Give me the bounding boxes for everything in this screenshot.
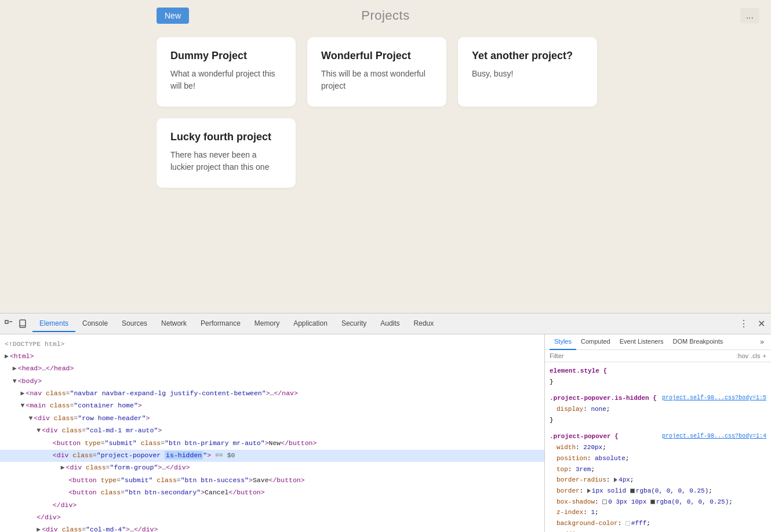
project-card-desc: There has never been a luckier project t… bbox=[170, 149, 282, 173]
devtools-tab-bar: ElementsConsoleSourcesNetworkPerformance… bbox=[0, 314, 771, 334]
dom-line[interactable]: ▶<div class="col-md-4">…</div> bbox=[0, 524, 544, 532]
devtools-tab-performance[interactable]: Performance bbox=[194, 316, 248, 332]
dom-line[interactable]: ▶<html> bbox=[0, 350, 544, 362]
css-selector: .project-popover { bbox=[550, 433, 619, 440]
devtools-tab-memory[interactable]: Memory bbox=[248, 316, 286, 332]
page-title: Projects bbox=[361, 8, 409, 23]
dom-line-highlighted[interactable]: <div class="project-popover is-hidden"> … bbox=[0, 450, 544, 462]
dom-line[interactable]: ▼<main class="container home"> bbox=[0, 400, 544, 412]
css-indent: width: 220px; position: absolute; top: 3… bbox=[550, 442, 766, 532]
css-val: 220px bbox=[583, 444, 602, 451]
filter-cls[interactable]: .cls bbox=[751, 352, 761, 359]
css-prop: z-index bbox=[557, 509, 583, 516]
color-swatch[interactable] bbox=[602, 500, 607, 504]
devtools-left-icons bbox=[3, 319, 28, 329]
color-swatch[interactable] bbox=[630, 489, 635, 493]
project-card[interactable]: Dummy Project What a wonderful project t… bbox=[157, 37, 296, 107]
project-card[interactable]: Yet another project? Busy, busy! bbox=[458, 37, 597, 107]
project-card-title: Lucky fourth project bbox=[170, 131, 282, 143]
css-selector: element.style { bbox=[550, 367, 607, 374]
css-block-element-style: element.style { } bbox=[550, 366, 766, 387]
devtools-tab-right: ⋮ ✕ bbox=[737, 318, 768, 329]
dom-line[interactable]: <button type="submit" class="btn btn-pri… bbox=[0, 437, 544, 449]
tab-dom-breakpoints[interactable]: DOM Breakpoints bbox=[668, 334, 728, 350]
devtools-tab-redux[interactable]: Redux bbox=[407, 316, 441, 332]
device-icon[interactable] bbox=[17, 319, 28, 329]
tab-styles[interactable]: Styles bbox=[550, 334, 576, 350]
svg-rect-0 bbox=[5, 320, 8, 323]
tab-event-listeners[interactable]: Event Listeners bbox=[615, 334, 668, 350]
devtools-tab-console[interactable]: Console bbox=[75, 316, 115, 332]
dom-line[interactable]: ▶<div class="form-group">…</div> bbox=[0, 462, 544, 474]
css-close: } bbox=[550, 378, 554, 385]
devtools-more-icon[interactable]: ⋮ bbox=[737, 318, 751, 329]
css-val: absolute bbox=[595, 455, 625, 462]
devtools-panel: ElementsConsoleSourcesNetworkPerformance… bbox=[0, 313, 771, 532]
css-selector: .project-popover.is-hidden { bbox=[550, 395, 657, 402]
color-swatch[interactable] bbox=[650, 500, 655, 504]
css-close: } bbox=[550, 417, 554, 424]
new-button[interactable]: New bbox=[157, 8, 189, 24]
css-prop: border bbox=[557, 487, 580, 494]
css-val: none bbox=[591, 406, 606, 413]
css-prop: box-shadow bbox=[557, 498, 595, 505]
projects-grid: Dummy Project What a wonderful project t… bbox=[0, 31, 771, 199]
dom-line[interactable]: <button class="btn btn-secondary">Cancel… bbox=[0, 487, 544, 499]
top-bar: New Projects ... bbox=[0, 0, 771, 31]
styles-tab-bar: Styles Computed Event Listeners DOM Brea… bbox=[545, 334, 771, 350]
css-prop: border-radius bbox=[557, 476, 606, 483]
css-block-is-hidden: .project-popover.is-hidden { project.sel… bbox=[550, 393, 766, 425]
project-card-title: Yet another project? bbox=[472, 50, 583, 62]
filter-options: :hov .cls + bbox=[736, 352, 766, 359]
expand-triangle[interactable] bbox=[587, 489, 591, 493]
project-card-desc: What a wonderful project this will be! bbox=[170, 68, 282, 92]
css-prop: background-color bbox=[557, 520, 618, 527]
dom-line[interactable]: </div> bbox=[0, 499, 544, 511]
dom-line[interactable]: </div> bbox=[0, 511, 544, 523]
css-val: 1 bbox=[591, 509, 595, 516]
dom-line[interactable]: ▼<div class="col-md-1 mr-auto"> bbox=[0, 425, 544, 437]
css-val: 4px bbox=[619, 476, 630, 483]
css-val: #fff bbox=[631, 520, 646, 527]
css-prop: width bbox=[557, 444, 576, 451]
project-card-title: Wonderful Project bbox=[321, 50, 432, 62]
devtools-tab-elements[interactable]: Elements bbox=[32, 316, 75, 332]
devtools-tab-sources[interactable]: Sources bbox=[115, 316, 154, 332]
devtools-tab-application[interactable]: Application bbox=[286, 316, 334, 332]
css-val: 3rem bbox=[576, 466, 591, 473]
devtools-tab-audits[interactable]: Audits bbox=[373, 316, 406, 332]
css-link[interactable]: project.self-98...css?body=1:4 bbox=[662, 431, 766, 441]
dom-line[interactable]: ▼<body> bbox=[0, 375, 544, 387]
styles-panel: Styles Computed Event Listeners DOM Brea… bbox=[545, 334, 771, 532]
dom-line[interactable]: ▼<div class="row home-header"> bbox=[0, 412, 544, 424]
css-val: 0 3px 10px rgba(0, 0, 0, 0.25) bbox=[608, 498, 729, 505]
css-val: 1px solid rgba(0, 0, 0, 0.25) bbox=[592, 487, 708, 494]
css-prop: position bbox=[557, 455, 587, 462]
tab-computed[interactable]: Computed bbox=[576, 334, 615, 350]
expand-triangle[interactable] bbox=[614, 478, 617, 482]
styles-filter-input[interactable] bbox=[550, 352, 732, 359]
dom-line[interactable]: ▶<nav class="navbar navbar-expand-lg jus… bbox=[0, 388, 544, 400]
css-block-popover: .project-popover { project.self-98...css… bbox=[550, 431, 766, 532]
filter-add[interactable]: + bbox=[763, 352, 766, 359]
inspect-icon[interactable] bbox=[3, 319, 14, 329]
menu-button[interactable]: ... bbox=[740, 8, 759, 23]
dom-line[interactable]: <button type="submit" class="btn btn-suc… bbox=[0, 474, 544, 486]
filter-hov[interactable]: :hov bbox=[736, 352, 748, 359]
dom-line[interactable]: ▶<head>…</head> bbox=[0, 363, 544, 375]
devtools-tab-security[interactable]: Security bbox=[334, 316, 373, 332]
color-swatch[interactable] bbox=[625, 521, 630, 526]
css-prop: top bbox=[557, 466, 568, 473]
devtools-close-icon[interactable]: ✕ bbox=[755, 318, 768, 329]
svg-rect-2 bbox=[20, 320, 26, 327]
project-card[interactable]: Lucky fourth project There has never bee… bbox=[157, 118, 296, 188]
devtools-tab-network[interactable]: Network bbox=[154, 316, 194, 332]
project-card[interactable]: Wonderful Project This will be a most wo… bbox=[307, 37, 446, 107]
project-card-desc: Busy, busy! bbox=[472, 68, 583, 80]
project-card-title: Dummy Project bbox=[170, 50, 282, 62]
styles-more-icon[interactable]: » bbox=[758, 334, 766, 349]
styles-filter-bar: :hov .cls + bbox=[545, 350, 771, 362]
css-link[interactable]: project.self-98...css?body=1:5 bbox=[662, 393, 766, 403]
styles-content: element.style { } .project-popover.is-hi… bbox=[545, 362, 771, 532]
dom-panel: <!DOCTYPE html> ▶<html> ▶<head>…</head> … bbox=[0, 334, 545, 532]
